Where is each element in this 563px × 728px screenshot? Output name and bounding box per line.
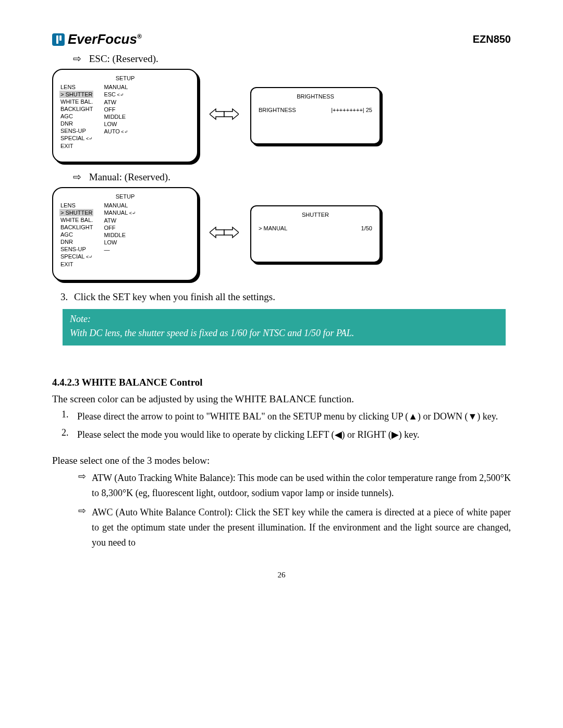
step-3: 3.Click the SET key when you finish all … bbox=[60, 291, 511, 303]
menu-value: MIDDLE bbox=[104, 231, 136, 239]
menu-item: DNR bbox=[60, 238, 93, 245]
manual-reserved-line: Manual: (Reserved). bbox=[73, 171, 511, 183]
menu-item: WHITE BAL. bbox=[60, 216, 93, 224]
mode-awc: AWC (Auto White Balance Control): Click … bbox=[78, 505, 511, 550]
menu-left-col: LENS SHUTTER WHITE BAL. BACKLIGHT AGC DN… bbox=[60, 83, 93, 150]
section-heading: 4.4.2.3 WHITE BALANCE Control bbox=[52, 377, 511, 388]
note-box: Note: With DC lens, the shutter speed is… bbox=[63, 309, 506, 346]
menu-value: MANUAL bbox=[104, 202, 136, 209]
svg-marker-0 bbox=[210, 109, 224, 119]
shutter-label: > MANUAL bbox=[259, 225, 287, 231]
menu-item: SENS-UP bbox=[60, 245, 93, 253]
menu-item: AGC bbox=[60, 113, 93, 120]
menu-item: EXIT bbox=[60, 261, 93, 268]
section-intro: The screen color can be adjusted by usin… bbox=[52, 391, 511, 407]
everfocus-icon bbox=[52, 33, 65, 46]
note-title: Note: bbox=[70, 312, 498, 326]
setup-title: SETUP bbox=[60, 193, 190, 200]
menu-value: OFF bbox=[104, 106, 128, 113]
menu-value: LOW bbox=[104, 239, 136, 246]
shutter-title: SHUTTER bbox=[259, 212, 372, 218]
menu-value: AUTO bbox=[104, 128, 128, 135]
page-header: EverFocus® EZN850 bbox=[52, 31, 511, 47]
svg-marker-2 bbox=[210, 227, 224, 238]
menu-item: BACKLIGHT bbox=[60, 224, 93, 231]
esc-reserved-line: ESC: (Reserved). bbox=[73, 53, 511, 65]
menu-item: EXIT bbox=[60, 142, 93, 150]
menu-value: ATW bbox=[104, 98, 128, 106]
brand-logo: EverFocus® bbox=[52, 31, 142, 47]
setup-esc-row: SETUP LENS SHUTTER WHITE BAL. BACKLIGHT … bbox=[52, 69, 511, 163]
menu-right-col-esc: MANUAL ESC ATW OFF MIDDLE LOW AUTO bbox=[104, 83, 128, 150]
svg-marker-3 bbox=[224, 227, 239, 238]
double-arrow-icon bbox=[209, 225, 240, 244]
page-number: 26 bbox=[52, 571, 511, 579]
menu-value: MANUAL bbox=[104, 83, 128, 91]
svg-marker-1 bbox=[224, 109, 239, 119]
setup-manual-row: SETUP LENS SHUTTER WHITE BAL. BACKLIGHT … bbox=[52, 187, 511, 281]
brightness-bar: |+++++++++| 25 bbox=[331, 107, 372, 113]
menu-item: SPECIAL bbox=[60, 134, 93, 142]
wb-step-1: 1. Please direct the arrow to point to "… bbox=[52, 409, 511, 424]
double-arrow-icon bbox=[209, 106, 240, 126]
setup-menu-manual: SETUP LENS SHUTTER WHITE BAL. BACKLIGHT … bbox=[52, 187, 198, 281]
menu-value: MIDDLE bbox=[104, 113, 128, 120]
menu-right-col-manual: MANUAL MANUAL ATW OFF MIDDLE LOW — bbox=[104, 202, 136, 268]
select-intro: Please select one of the 3 modes below: bbox=[52, 453, 511, 468]
menu-item-selected: SHUTTER bbox=[59, 209, 93, 216]
menu-item: SPECIAL bbox=[60, 253, 93, 261]
menu-value: ESC bbox=[104, 91, 128, 98]
menu-item: DNR bbox=[60, 120, 93, 127]
menu-value: ATW bbox=[104, 217, 136, 224]
menu-value: OFF bbox=[104, 224, 136, 231]
brand-name: EverFocus® bbox=[68, 31, 142, 47]
brightness-title: BRIGHTNESS bbox=[259, 93, 372, 100]
menu-item: AGC bbox=[60, 231, 93, 238]
brightness-label: BRIGHTNESS bbox=[259, 107, 296, 113]
menu-left-col: LENS SHUTTER WHITE BAL. BACKLIGHT AGC DN… bbox=[60, 202, 93, 268]
mode-atw: ATW (Auto Tracking White Balance): This … bbox=[78, 471, 511, 501]
setup-title: SETUP bbox=[60, 75, 190, 81]
menu-item: WHITE BAL. bbox=[60, 98, 93, 105]
menu-value: — bbox=[104, 246, 136, 253]
shutter-value: 1/50 bbox=[361, 225, 372, 231]
model-number: EZN850 bbox=[473, 33, 511, 45]
menu-value: LOW bbox=[104, 120, 128, 128]
menu-item-selected: SHUTTER bbox=[59, 91, 93, 98]
setup-menu-esc: SETUP LENS SHUTTER WHITE BAL. BACKLIGHT … bbox=[52, 69, 198, 163]
menu-item: SENS-UP bbox=[60, 127, 93, 134]
menu-item: LENS bbox=[60, 202, 93, 209]
note-body: With DC lens, the shutter speed is fixed… bbox=[70, 326, 498, 340]
brightness-box: BRIGHTNESS BRIGHTNESS |+++++++++| 25 bbox=[250, 87, 381, 144]
wb-step-2: 2. Please select the mode you would like… bbox=[52, 427, 511, 442]
shutter-box: SHUTTER > MANUAL 1/50 bbox=[250, 205, 381, 263]
menu-item: BACKLIGHT bbox=[60, 105, 93, 113]
menu-value: MANUAL bbox=[104, 209, 136, 217]
menu-item: LENS bbox=[60, 83, 93, 91]
